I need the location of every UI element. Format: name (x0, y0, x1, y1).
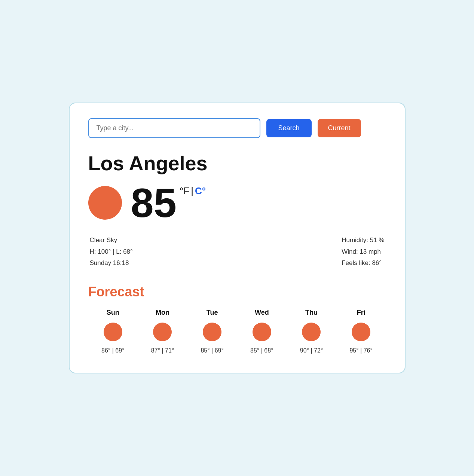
forecast-weather-icon (153, 323, 172, 341)
humidity: Humidity: 51 % (342, 235, 384, 246)
forecast-temps: 90° | 72° (300, 347, 323, 354)
unit-celsius[interactable]: C° (195, 185, 206, 197)
forecast-day-item: Fri 95° | 76° (336, 309, 386, 354)
temperature-row: 85 °F | C° (88, 182, 386, 223)
city-search-input[interactable] (88, 118, 260, 138)
feels-like: Feels like: 86° (342, 257, 384, 269)
forecast-day-item: Mon 87° | 71° (138, 309, 187, 354)
forecast-temps: 87° | 71° (151, 347, 174, 354)
forecast-temps: 85° | 69° (201, 347, 223, 354)
current-location-button[interactable]: Current (318, 119, 361, 137)
forecast-weather-icon (352, 323, 370, 341)
forecast-temps: 85° | 68° (250, 347, 273, 354)
forecast-grid: Sun 86° | 69° Mon 87° | 71° Tue 85° | 69… (88, 309, 386, 354)
weather-icon (88, 186, 122, 220)
details-left: Clear Sky H: 100° | L: 68° Sunday 16:18 (90, 235, 133, 269)
condition: Clear Sky (90, 235, 133, 246)
forecast-section: Forecast Sun 86° | 69° Mon 87° | 71° Tue… (88, 284, 386, 354)
forecast-day-label: Thu (305, 309, 318, 317)
wind: Wind: 13 mph (342, 246, 384, 258)
forecast-day-item: Sun 86° | 69° (88, 309, 138, 354)
forecast-weather-icon (302, 323, 321, 341)
forecast-weather-icon (203, 323, 221, 341)
forecast-temps: 86° | 69° (101, 347, 124, 354)
forecast-weather-icon (253, 323, 271, 341)
forecast-day-label: Sun (107, 309, 119, 317)
search-button[interactable]: Search (266, 119, 312, 137)
forecast-day-label: Fri (357, 309, 366, 317)
forecast-day-item: Wed 85° | 68° (237, 309, 287, 354)
search-row: Search Current (88, 118, 386, 138)
forecast-temps: 95° | 76° (349, 347, 372, 354)
unit-fahrenheit[interactable]: °F (180, 185, 189, 197)
forecast-day-item: Tue 85° | 69° (187, 309, 237, 354)
details-right: Humidity: 51 % Wind: 13 mph Feels like: … (342, 235, 384, 269)
datetime: Sunday 16:18 (90, 257, 133, 269)
temperature-units: °F | C° (180, 185, 206, 197)
weather-details: Clear Sky H: 100° | L: 68° Sunday 16:18 … (88, 235, 386, 269)
forecast-day-label: Mon (156, 309, 169, 317)
forecast-day-item: Thu 90° | 72° (287, 309, 336, 354)
forecast-day-label: Wed (255, 309, 269, 317)
forecast-day-label: Tue (207, 309, 218, 317)
forecast-weather-icon (104, 323, 122, 341)
forecast-title: Forecast (88, 284, 386, 300)
high-low: H: 100° | L: 68° (90, 246, 133, 258)
weather-card: Search Current Los Angeles 85 °F | C° Cl… (69, 103, 406, 373)
unit-separator: | (191, 185, 193, 197)
temperature-value: 85 (131, 182, 177, 223)
city-name: Los Angeles (88, 152, 386, 175)
